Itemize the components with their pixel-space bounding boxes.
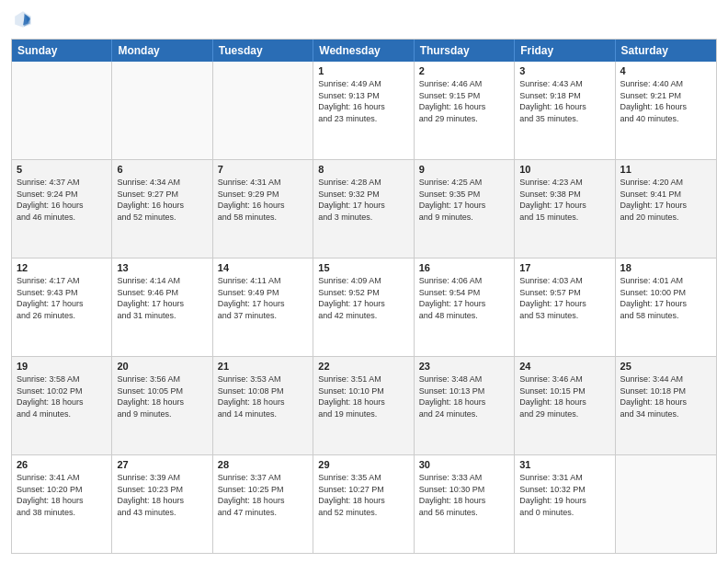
calendar-day-14: 14Sunrise: 4:11 AM Sunset: 9:49 PM Dayli… [213, 259, 313, 356]
day-info: Sunrise: 4:03 AM Sunset: 9:57 PM Dayligh… [519, 275, 609, 321]
day-of-week-monday: Monday [112, 40, 212, 62]
calendar-day-9: 9Sunrise: 4:25 AM Sunset: 9:35 PM Daylig… [415, 160, 515, 258]
day-number: 9 [419, 164, 509, 175]
day-info: Sunrise: 4:46 AM Sunset: 9:15 PM Dayligh… [419, 78, 509, 124]
day-number: 4 [620, 65, 711, 76]
calendar-day-28: 28Sunrise: 3:37 AM Sunset: 10:25 PM Dayl… [213, 455, 313, 553]
day-number: 13 [117, 262, 207, 273]
calendar-day-11: 11Sunrise: 4:20 AM Sunset: 9:41 PM Dayli… [616, 160, 716, 258]
day-info: Sunrise: 4:20 AM Sunset: 9:41 PM Dayligh… [620, 177, 711, 223]
day-number: 22 [318, 361, 408, 372]
day-info: Sunrise: 3:51 AM Sunset: 10:10 PM Daylig… [318, 373, 408, 419]
calendar-day-6: 6Sunrise: 4:34 AM Sunset: 9:27 PM Daylig… [112, 160, 212, 258]
day-number: 27 [117, 459, 207, 470]
calendar-day-19: 19Sunrise: 3:58 AM Sunset: 10:02 PM Dayl… [12, 357, 112, 454]
day-info: Sunrise: 4:43 AM Sunset: 9:18 PM Dayligh… [519, 78, 609, 124]
calendar-day-18: 18Sunrise: 4:01 AM Sunset: 10:00 PM Dayl… [616, 259, 716, 356]
day-number: 16 [419, 262, 509, 273]
calendar-week-2: 5Sunrise: 4:37 AM Sunset: 9:24 PM Daylig… [12, 159, 716, 258]
day-number: 31 [519, 459, 609, 470]
day-info: Sunrise: 4:11 AM Sunset: 9:49 PM Dayligh… [218, 275, 308, 321]
calendar-day-13: 13Sunrise: 4:14 AM Sunset: 9:46 PM Dayli… [112, 259, 212, 356]
day-info: Sunrise: 4:01 AM Sunset: 10:00 PM Daylig… [620, 275, 711, 321]
day-number: 24 [519, 361, 609, 372]
day-number: 10 [519, 164, 609, 175]
day-number: 29 [318, 459, 408, 470]
header [11, 9, 717, 33]
calendar-day-23: 23Sunrise: 3:48 AM Sunset: 10:13 PM Dayl… [415, 357, 515, 454]
day-number: 30 [419, 459, 509, 470]
day-info: Sunrise: 3:31 AM Sunset: 10:32 PM Daylig… [519, 472, 609, 518]
day-info: Sunrise: 3:39 AM Sunset: 10:23 PM Daylig… [117, 472, 207, 518]
calendar-day-7: 7Sunrise: 4:31 AM Sunset: 9:29 PM Daylig… [213, 160, 313, 258]
day-info: Sunrise: 3:41 AM Sunset: 10:20 PM Daylig… [17, 472, 107, 518]
day-number: 18 [620, 262, 711, 273]
day-info: Sunrise: 4:09 AM Sunset: 9:52 PM Dayligh… [318, 275, 408, 321]
day-number: 23 [419, 361, 509, 372]
day-info: Sunrise: 3:48 AM Sunset: 10:13 PM Daylig… [419, 373, 509, 419]
day-of-week-tuesday: Tuesday [213, 40, 313, 62]
calendar-day-20: 20Sunrise: 3:56 AM Sunset: 10:05 PM Dayl… [112, 357, 212, 454]
day-info: Sunrise: 3:58 AM Sunset: 10:02 PM Daylig… [17, 373, 107, 419]
calendar-day-3: 3Sunrise: 4:43 AM Sunset: 9:18 PM Daylig… [515, 62, 615, 159]
day-of-week-sunday: Sunday [12, 40, 112, 62]
page: SundayMondayTuesdayWednesdayThursdayFrid… [0, 0, 728, 563]
day-number: 11 [620, 164, 711, 175]
day-info: Sunrise: 3:37 AM Sunset: 10:25 PM Daylig… [218, 472, 308, 518]
calendar-day-4: 4Sunrise: 4:40 AM Sunset: 9:21 PM Daylig… [616, 62, 716, 159]
calendar-day-empty [12, 62, 112, 159]
calendar-day-15: 15Sunrise: 4:09 AM Sunset: 9:52 PM Dayli… [313, 259, 414, 356]
day-number: 7 [218, 164, 308, 175]
day-info: Sunrise: 4:40 AM Sunset: 9:21 PM Dayligh… [620, 78, 711, 124]
day-info: Sunrise: 4:28 AM Sunset: 9:32 PM Dayligh… [318, 177, 408, 223]
day-info: Sunrise: 3:33 AM Sunset: 10:30 PM Daylig… [419, 472, 509, 518]
calendar-day-21: 21Sunrise: 3:53 AM Sunset: 10:08 PM Dayl… [213, 357, 313, 454]
day-number: 25 [620, 361, 711, 372]
day-number: 8 [318, 164, 408, 175]
day-info: Sunrise: 3:56 AM Sunset: 10:05 PM Daylig… [117, 373, 207, 419]
day-info: Sunrise: 4:31 AM Sunset: 9:29 PM Dayligh… [218, 177, 308, 223]
logo [11, 9, 35, 33]
calendar-day-26: 26Sunrise: 3:41 AM Sunset: 10:20 PM Dayl… [12, 455, 112, 553]
calendar-day-8: 8Sunrise: 4:28 AM Sunset: 9:32 PM Daylig… [313, 160, 414, 258]
calendar-day-1: 1Sunrise: 4:49 AM Sunset: 9:13 PM Daylig… [313, 62, 414, 159]
day-info: Sunrise: 4:14 AM Sunset: 9:46 PM Dayligh… [117, 275, 207, 321]
calendar-day-empty [213, 62, 313, 159]
day-info: Sunrise: 3:35 AM Sunset: 10:27 PM Daylig… [318, 472, 408, 518]
day-number: 1 [318, 65, 408, 76]
calendar-week-1: 1Sunrise: 4:49 AM Sunset: 9:13 PM Daylig… [12, 62, 716, 159]
day-number: 5 [17, 164, 107, 175]
calendar-day-24: 24Sunrise: 3:46 AM Sunset: 10:15 PM Dayl… [515, 357, 615, 454]
calendar-day-2: 2Sunrise: 4:46 AM Sunset: 9:15 PM Daylig… [415, 62, 515, 159]
calendar-header: SundayMondayTuesdayWednesdayThursdayFrid… [12, 40, 716, 62]
calendar-day-30: 30Sunrise: 3:33 AM Sunset: 10:30 PM Dayl… [415, 455, 515, 553]
day-info: Sunrise: 3:44 AM Sunset: 10:18 PM Daylig… [620, 373, 711, 419]
calendar-body: 1Sunrise: 4:49 AM Sunset: 9:13 PM Daylig… [12, 62, 716, 553]
calendar-day-10: 10Sunrise: 4:23 AM Sunset: 9:38 PM Dayli… [515, 160, 615, 258]
day-number: 17 [519, 262, 609, 273]
calendar-day-5: 5Sunrise: 4:37 AM Sunset: 9:24 PM Daylig… [12, 160, 112, 258]
day-number: 14 [218, 262, 308, 273]
calendar-day-27: 27Sunrise: 3:39 AM Sunset: 10:23 PM Dayl… [112, 455, 212, 553]
calendar-day-16: 16Sunrise: 4:06 AM Sunset: 9:54 PM Dayli… [415, 259, 515, 356]
day-of-week-thursday: Thursday [415, 40, 515, 62]
day-of-week-friday: Friday [515, 40, 615, 62]
calendar-day-empty [616, 455, 716, 553]
calendar: SundayMondayTuesdayWednesdayThursdayFrid… [11, 39, 717, 554]
day-number: 2 [419, 65, 509, 76]
calendar-day-17: 17Sunrise: 4:03 AM Sunset: 9:57 PM Dayli… [515, 259, 615, 356]
day-info: Sunrise: 4:17 AM Sunset: 9:43 PM Dayligh… [17, 275, 107, 321]
day-number: 20 [117, 361, 207, 372]
logo-icon [13, 9, 33, 29]
calendar-day-25: 25Sunrise: 3:44 AM Sunset: 10:18 PM Dayl… [616, 357, 716, 454]
calendar-week-5: 26Sunrise: 3:41 AM Sunset: 10:20 PM Dayl… [12, 454, 716, 553]
day-number: 28 [218, 459, 308, 470]
day-of-week-wednesday: Wednesday [313, 40, 414, 62]
day-info: Sunrise: 4:25 AM Sunset: 9:35 PM Dayligh… [419, 177, 509, 223]
calendar-week-4: 19Sunrise: 3:58 AM Sunset: 10:02 PM Dayl… [12, 356, 716, 454]
day-info: Sunrise: 4:49 AM Sunset: 9:13 PM Dayligh… [318, 78, 408, 124]
day-info: Sunrise: 3:46 AM Sunset: 10:15 PM Daylig… [519, 373, 609, 419]
calendar-week-3: 12Sunrise: 4:17 AM Sunset: 9:43 PM Dayli… [12, 258, 716, 356]
day-number: 26 [17, 459, 107, 470]
day-number: 3 [519, 65, 609, 76]
